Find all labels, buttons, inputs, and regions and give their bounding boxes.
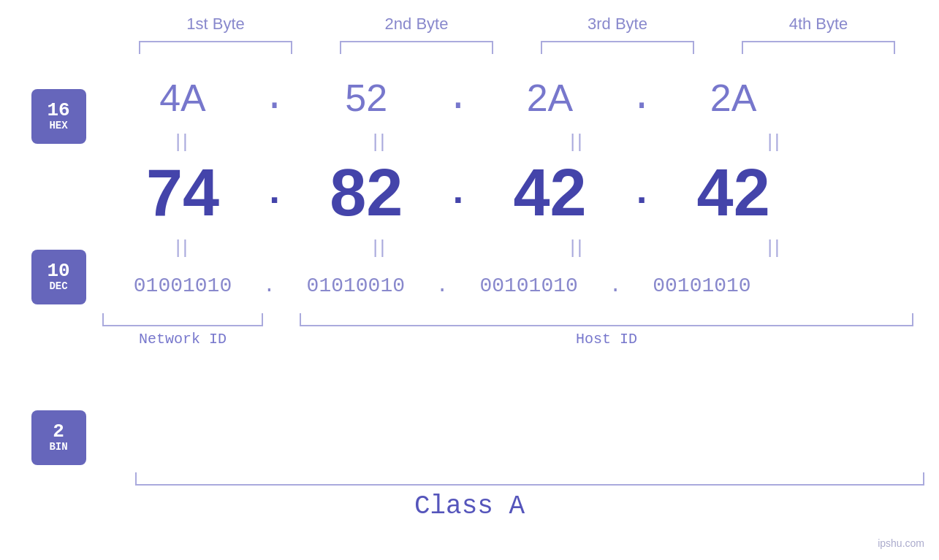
eq2-col2: || xyxy=(373,236,387,258)
bin-value-4: 00101010 xyxy=(653,275,750,297)
hex-badge: 16 HEX xyxy=(31,89,86,144)
watermark: ipshu.com xyxy=(878,537,924,549)
dot-hex-2: . xyxy=(446,69,469,127)
bin-col-2: 01010010 xyxy=(275,275,436,297)
dec-value-3: 42 xyxy=(513,156,586,231)
hex-badge-number: 16 xyxy=(47,101,69,120)
byte-header-4: 4th Byte xyxy=(738,15,899,34)
dec-badge-number: 10 xyxy=(47,261,69,280)
class-label: Class A xyxy=(0,491,939,521)
byte-header-3: 3rd Byte xyxy=(537,15,698,34)
dot-bin-1: . xyxy=(263,262,275,310)
hex-badge-label: HEX xyxy=(49,120,67,132)
dot-hex-1: . xyxy=(263,69,286,127)
full-bracket xyxy=(135,472,924,486)
bracket-2 xyxy=(340,41,493,54)
dec-badge-label: DEC xyxy=(49,280,67,293)
host-id-label: Host ID xyxy=(300,331,913,348)
main-container: 1st Byte 2nd Byte 3rd Byte 4th Byte 16 H… xyxy=(0,0,939,560)
bin-col-3: 00101010 xyxy=(449,275,609,297)
eq1-col1: || xyxy=(175,130,190,153)
dec-value-1: 74 xyxy=(146,156,219,231)
dec-col-4: 42 xyxy=(653,156,814,231)
eq1-col3: || xyxy=(570,130,585,153)
dec-col-2: 82 xyxy=(286,156,446,231)
bracket-4 xyxy=(742,41,895,54)
dot-bin-2: . xyxy=(436,262,449,310)
hex-value-2: 52 xyxy=(345,76,387,120)
hex-value-1: 4A xyxy=(159,76,206,120)
dec-value-4: 42 xyxy=(697,156,770,231)
hex-col-2: 52 xyxy=(286,76,446,120)
top-brackets xyxy=(115,41,919,54)
byte-header-2: 2nd Byte xyxy=(336,15,497,34)
bracket-1 xyxy=(139,41,292,54)
dec-value-2: 82 xyxy=(330,156,403,231)
eq2-col4: || xyxy=(767,236,782,258)
network-id-label: Network ID xyxy=(102,331,263,348)
eq1-col4: || xyxy=(767,130,782,153)
dot-bin-3: . xyxy=(609,262,622,310)
dec-col-3: 42 xyxy=(469,156,630,231)
bin-col-1: 01001010 xyxy=(102,275,263,297)
eq2-col3: || xyxy=(570,236,585,258)
bracket-3 xyxy=(541,41,694,54)
network-bracket xyxy=(102,313,263,326)
eq1-col2: || xyxy=(373,130,387,153)
hex-col-1: 4A xyxy=(102,76,263,120)
bottom-brackets xyxy=(102,313,913,326)
host-bracket xyxy=(300,313,913,326)
byte-header-1: 1st Byte xyxy=(135,15,296,34)
dot-dec-1: . xyxy=(263,157,286,230)
hex-col-4: 2A xyxy=(653,76,814,120)
id-labels: Network ID Host ID xyxy=(102,331,913,348)
dot-dec-3: . xyxy=(630,157,653,230)
bin-value-1: 01001010 xyxy=(134,275,232,297)
byte-headers: 1st Byte 2nd Byte 3rd Byte 4th Byte xyxy=(115,15,919,34)
hex-col-3: 2A xyxy=(469,76,630,120)
dec-col-1: 74 xyxy=(102,156,263,231)
hex-value-3: 2A xyxy=(527,76,574,120)
dot-hex-3: . xyxy=(630,69,653,127)
bin-value-2: 01010010 xyxy=(307,275,405,297)
bin-badge: 2 BIN xyxy=(31,410,86,465)
dec-badge: 10 DEC xyxy=(31,250,86,304)
bin-badge-label: BIN xyxy=(49,441,67,453)
hex-value-4: 2A xyxy=(710,76,757,120)
bin-col-4: 00101010 xyxy=(621,275,782,297)
badges-column: 16 HEX 10 DEC 2 BIN xyxy=(0,69,102,465)
eq2-col1: || xyxy=(175,236,190,258)
bin-value-3: 00101010 xyxy=(479,275,577,297)
dot-dec-2: . xyxy=(446,157,469,230)
bin-badge-number: 2 xyxy=(53,422,64,441)
